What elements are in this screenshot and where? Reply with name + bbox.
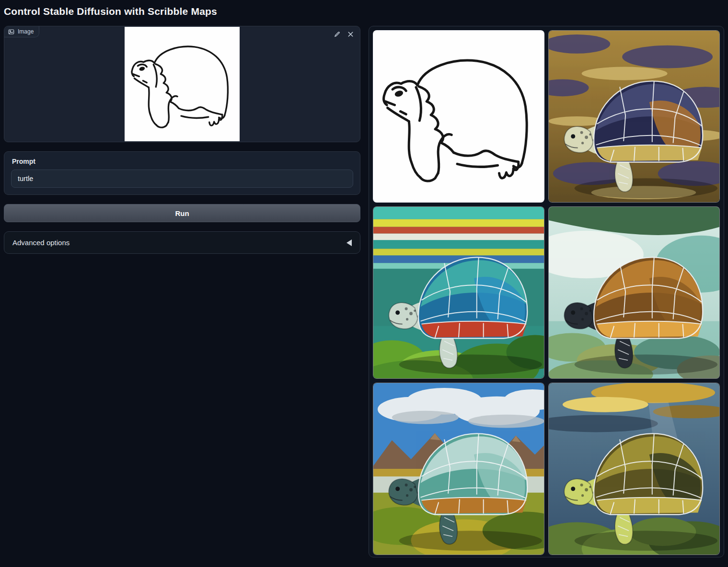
edit-image-button[interactable] bbox=[333, 30, 342, 39]
turtle-photo-underwater bbox=[549, 383, 719, 555]
image-toolbar bbox=[333, 30, 355, 39]
page-title: Control Stable Diffusion with Scribble M… bbox=[4, 6, 724, 17]
chevron-left-icon bbox=[347, 239, 352, 246]
output-gallery bbox=[369, 26, 724, 557]
turtle-photo-mountain-lake bbox=[373, 383, 544, 555]
scribble-turtle-image bbox=[373, 31, 544, 202]
image-icon bbox=[8, 29, 14, 35]
image-input-panel: Image bbox=[4, 26, 360, 142]
turtle-photo-vivid-teal bbox=[373, 207, 544, 378]
image-component-label: Image bbox=[4, 26, 39, 37]
gallery-item-generated-1[interactable] bbox=[548, 30, 720, 203]
image-label-text: Image bbox=[18, 28, 34, 35]
gallery-item-generated-2[interactable] bbox=[373, 206, 544, 379]
turtle-photo-golden-water bbox=[549, 31, 719, 202]
gallery-item-generated-5[interactable] bbox=[548, 383, 720, 555]
prompt-label: Prompt bbox=[12, 158, 352, 165]
scribble-image-preview[interactable] bbox=[125, 27, 240, 141]
close-icon bbox=[347, 32, 354, 39]
pencil-icon bbox=[334, 32, 341, 39]
run-button[interactable]: Run bbox=[4, 204, 360, 222]
prompt-input[interactable] bbox=[11, 170, 353, 188]
clear-image-button[interactable] bbox=[346, 30, 355, 39]
advanced-options-accordion[interactable]: Advanced options bbox=[4, 231, 360, 254]
app-page: Control Stable Diffusion with Scribble M… bbox=[0, 0, 728, 557]
turtle-photo-clear-water bbox=[549, 207, 719, 378]
main-layout: Image bbox=[4, 26, 724, 557]
gallery-item-generated-3[interactable] bbox=[548, 206, 720, 379]
advanced-options-label: Advanced options bbox=[12, 238, 69, 247]
gallery-item-generated-4[interactable] bbox=[373, 383, 544, 555]
scribble-turtle-drawing bbox=[125, 27, 240, 141]
controls-column: Image bbox=[4, 26, 360, 254]
prompt-panel: Prompt bbox=[4, 151, 360, 195]
gallery-item-scribble[interactable] bbox=[373, 30, 544, 203]
